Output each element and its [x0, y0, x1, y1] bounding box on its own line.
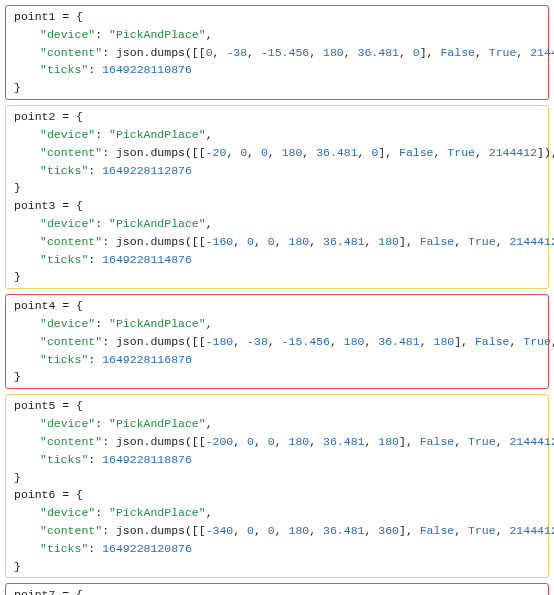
ticks-line: "ticks": 1649228120876: [14, 540, 544, 558]
code-container: point1 = {"device": "PickAndPlace","cont…: [5, 5, 549, 595]
var-declaration: point4 = {: [14, 297, 544, 315]
content-line: "content": json.dumps([[-180, -38, -15.4…: [14, 333, 544, 351]
close-brace: }: [14, 558, 544, 576]
device-line: "device": "PickAndPlace",: [14, 415, 544, 433]
device-line: "device": "PickAndPlace",: [14, 504, 544, 522]
code-block-3: point5 = {"device": "PickAndPlace","cont…: [5, 394, 549, 578]
content-line: "content": json.dumps([[-20, 0, 0, 180, …: [14, 144, 544, 162]
close-brace: }: [14, 268, 544, 286]
var-declaration: point1 = {: [14, 8, 544, 26]
close-brace: }: [14, 469, 544, 487]
ticks-line: "ticks": 1649228114876: [14, 251, 544, 269]
device-line: "device": "PickAndPlace",: [14, 26, 544, 44]
device-line: "device": "PickAndPlace",: [14, 315, 544, 333]
close-brace: }: [14, 79, 544, 97]
device-line: "device": "PickAndPlace",: [14, 126, 544, 144]
content-line: "content": json.dumps([[-160, 0, 0, 180,…: [14, 233, 544, 251]
ticks-line: "ticks": 1649228116876: [14, 351, 544, 369]
close-brace: }: [14, 179, 544, 197]
code-block-1: point2 = {"device": "PickAndPlace","cont…: [5, 105, 549, 289]
code-block-0: point1 = {"device": "PickAndPlace","cont…: [5, 5, 549, 100]
close-brace: }: [14, 368, 544, 386]
ticks-line: "ticks": 1649228118876: [14, 451, 544, 469]
var-declaration: point2 = {: [14, 108, 544, 126]
code-block-2: point4 = {"device": "PickAndPlace","cont…: [5, 294, 549, 389]
var-declaration: point7 = {: [14, 586, 544, 595]
content-line: "content": json.dumps([[0, -38, -15.456,…: [14, 44, 544, 62]
var-declaration: point6 = {: [14, 486, 544, 504]
code-block-4: point7 = {"device": "PickAndPlace","cont…: [5, 583, 549, 595]
device-line: "device": "PickAndPlace",: [14, 215, 544, 233]
ticks-line: "ticks": 1649228110876: [14, 61, 544, 79]
content-line: "content": json.dumps([[-200, 0, 0, 180,…: [14, 433, 544, 451]
content-line: "content": json.dumps([[-340, 0, 0, 180,…: [14, 522, 544, 540]
var-declaration: point5 = {: [14, 397, 544, 415]
var-declaration: point3 = {: [14, 197, 544, 215]
ticks-line: "ticks": 1649228112876: [14, 162, 544, 180]
